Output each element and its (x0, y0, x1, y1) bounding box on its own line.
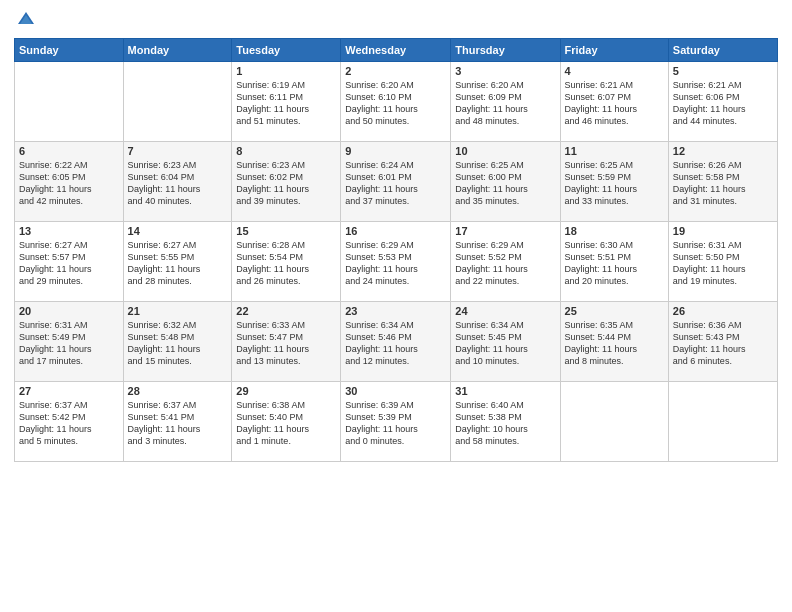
calendar-cell (668, 382, 777, 462)
weekday-header-wednesday: Wednesday (341, 39, 451, 62)
week-row-1: 1Sunrise: 6:19 AM Sunset: 6:11 PM Daylig… (15, 62, 778, 142)
cell-details: Sunrise: 6:37 AM Sunset: 5:42 PM Dayligh… (19, 399, 119, 448)
calendar-cell: 21Sunrise: 6:32 AM Sunset: 5:48 PM Dayli… (123, 302, 232, 382)
week-row-4: 20Sunrise: 6:31 AM Sunset: 5:49 PM Dayli… (15, 302, 778, 382)
week-row-2: 6Sunrise: 6:22 AM Sunset: 6:05 PM Daylig… (15, 142, 778, 222)
weekday-header-sunday: Sunday (15, 39, 124, 62)
day-number: 16 (345, 225, 446, 237)
cell-details: Sunrise: 6:23 AM Sunset: 6:02 PM Dayligh… (236, 159, 336, 208)
day-number: 13 (19, 225, 119, 237)
day-number: 30 (345, 385, 446, 397)
day-number: 18 (565, 225, 664, 237)
cell-details: Sunrise: 6:34 AM Sunset: 5:46 PM Dayligh… (345, 319, 446, 368)
weekday-header-row: SundayMondayTuesdayWednesdayThursdayFrid… (15, 39, 778, 62)
cell-details: Sunrise: 6:19 AM Sunset: 6:11 PM Dayligh… (236, 79, 336, 128)
calendar-cell (560, 382, 668, 462)
calendar-cell: 20Sunrise: 6:31 AM Sunset: 5:49 PM Dayli… (15, 302, 124, 382)
calendar-cell (123, 62, 232, 142)
calendar-cell: 27Sunrise: 6:37 AM Sunset: 5:42 PM Dayli… (15, 382, 124, 462)
day-number: 27 (19, 385, 119, 397)
calendar-cell: 2Sunrise: 6:20 AM Sunset: 6:10 PM Daylig… (341, 62, 451, 142)
day-number: 26 (673, 305, 773, 317)
cell-details: Sunrise: 6:25 AM Sunset: 5:59 PM Dayligh… (565, 159, 664, 208)
calendar-cell: 26Sunrise: 6:36 AM Sunset: 5:43 PM Dayli… (668, 302, 777, 382)
cell-details: Sunrise: 6:27 AM Sunset: 5:55 PM Dayligh… (128, 239, 228, 288)
cell-details: Sunrise: 6:32 AM Sunset: 5:48 PM Dayligh… (128, 319, 228, 368)
day-number: 20 (19, 305, 119, 317)
day-number: 23 (345, 305, 446, 317)
weekday-header-friday: Friday (560, 39, 668, 62)
day-number: 4 (565, 65, 664, 77)
cell-details: Sunrise: 6:21 AM Sunset: 6:07 PM Dayligh… (565, 79, 664, 128)
cell-details: Sunrise: 6:31 AM Sunset: 5:50 PM Dayligh… (673, 239, 773, 288)
day-number: 19 (673, 225, 773, 237)
calendar-cell: 4Sunrise: 6:21 AM Sunset: 6:07 PM Daylig… (560, 62, 668, 142)
cell-details: Sunrise: 6:33 AM Sunset: 5:47 PM Dayligh… (236, 319, 336, 368)
calendar-cell: 16Sunrise: 6:29 AM Sunset: 5:53 PM Dayli… (341, 222, 451, 302)
week-row-5: 27Sunrise: 6:37 AM Sunset: 5:42 PM Dayli… (15, 382, 778, 462)
weekday-header-monday: Monday (123, 39, 232, 62)
calendar-cell: 3Sunrise: 6:20 AM Sunset: 6:09 PM Daylig… (451, 62, 560, 142)
calendar-cell: 1Sunrise: 6:19 AM Sunset: 6:11 PM Daylig… (232, 62, 341, 142)
day-number: 22 (236, 305, 336, 317)
calendar-cell: 9Sunrise: 6:24 AM Sunset: 6:01 PM Daylig… (341, 142, 451, 222)
cell-details: Sunrise: 6:36 AM Sunset: 5:43 PM Dayligh… (673, 319, 773, 368)
day-number: 3 (455, 65, 555, 77)
calendar-cell: 17Sunrise: 6:29 AM Sunset: 5:52 PM Dayli… (451, 222, 560, 302)
day-number: 2 (345, 65, 446, 77)
logo (14, 10, 36, 30)
cell-details: Sunrise: 6:29 AM Sunset: 5:52 PM Dayligh… (455, 239, 555, 288)
cell-details: Sunrise: 6:25 AM Sunset: 6:00 PM Dayligh… (455, 159, 555, 208)
day-number: 31 (455, 385, 555, 397)
cell-details: Sunrise: 6:37 AM Sunset: 5:41 PM Dayligh… (128, 399, 228, 448)
calendar-cell: 18Sunrise: 6:30 AM Sunset: 5:51 PM Dayli… (560, 222, 668, 302)
page: SundayMondayTuesdayWednesdayThursdayFrid… (0, 0, 792, 612)
cell-details: Sunrise: 6:31 AM Sunset: 5:49 PM Dayligh… (19, 319, 119, 368)
calendar-cell: 22Sunrise: 6:33 AM Sunset: 5:47 PM Dayli… (232, 302, 341, 382)
weekday-header-tuesday: Tuesday (232, 39, 341, 62)
calendar-cell: 5Sunrise: 6:21 AM Sunset: 6:06 PM Daylig… (668, 62, 777, 142)
cell-details: Sunrise: 6:38 AM Sunset: 5:40 PM Dayligh… (236, 399, 336, 448)
calendar-cell: 7Sunrise: 6:23 AM Sunset: 6:04 PM Daylig… (123, 142, 232, 222)
day-number: 6 (19, 145, 119, 157)
cell-details: Sunrise: 6:23 AM Sunset: 6:04 PM Dayligh… (128, 159, 228, 208)
calendar-cell (15, 62, 124, 142)
day-number: 17 (455, 225, 555, 237)
calendar-table: SundayMondayTuesdayWednesdayThursdayFrid… (14, 38, 778, 462)
calendar-cell: 23Sunrise: 6:34 AM Sunset: 5:46 PM Dayli… (341, 302, 451, 382)
calendar-cell: 13Sunrise: 6:27 AM Sunset: 5:57 PM Dayli… (15, 222, 124, 302)
day-number: 25 (565, 305, 664, 317)
day-number: 11 (565, 145, 664, 157)
cell-details: Sunrise: 6:26 AM Sunset: 5:58 PM Dayligh… (673, 159, 773, 208)
calendar-cell: 10Sunrise: 6:25 AM Sunset: 6:00 PM Dayli… (451, 142, 560, 222)
cell-details: Sunrise: 6:40 AM Sunset: 5:38 PM Dayligh… (455, 399, 555, 448)
cell-details: Sunrise: 6:20 AM Sunset: 6:10 PM Dayligh… (345, 79, 446, 128)
day-number: 28 (128, 385, 228, 397)
cell-details: Sunrise: 6:24 AM Sunset: 6:01 PM Dayligh… (345, 159, 446, 208)
day-number: 8 (236, 145, 336, 157)
day-number: 14 (128, 225, 228, 237)
day-number: 10 (455, 145, 555, 157)
calendar-cell: 14Sunrise: 6:27 AM Sunset: 5:55 PM Dayli… (123, 222, 232, 302)
cell-details: Sunrise: 6:27 AM Sunset: 5:57 PM Dayligh… (19, 239, 119, 288)
header (14, 10, 778, 30)
calendar-cell: 15Sunrise: 6:28 AM Sunset: 5:54 PM Dayli… (232, 222, 341, 302)
logo-icon (16, 10, 36, 30)
calendar-cell: 28Sunrise: 6:37 AM Sunset: 5:41 PM Dayli… (123, 382, 232, 462)
cell-details: Sunrise: 6:30 AM Sunset: 5:51 PM Dayligh… (565, 239, 664, 288)
week-row-3: 13Sunrise: 6:27 AM Sunset: 5:57 PM Dayli… (15, 222, 778, 302)
cell-details: Sunrise: 6:35 AM Sunset: 5:44 PM Dayligh… (565, 319, 664, 368)
cell-details: Sunrise: 6:29 AM Sunset: 5:53 PM Dayligh… (345, 239, 446, 288)
day-number: 1 (236, 65, 336, 77)
day-number: 7 (128, 145, 228, 157)
weekday-header-saturday: Saturday (668, 39, 777, 62)
calendar-cell: 31Sunrise: 6:40 AM Sunset: 5:38 PM Dayli… (451, 382, 560, 462)
cell-details: Sunrise: 6:39 AM Sunset: 5:39 PM Dayligh… (345, 399, 446, 448)
day-number: 5 (673, 65, 773, 77)
cell-details: Sunrise: 6:22 AM Sunset: 6:05 PM Dayligh… (19, 159, 119, 208)
calendar-cell: 30Sunrise: 6:39 AM Sunset: 5:39 PM Dayli… (341, 382, 451, 462)
day-number: 24 (455, 305, 555, 317)
calendar-cell: 12Sunrise: 6:26 AM Sunset: 5:58 PM Dayli… (668, 142, 777, 222)
day-number: 15 (236, 225, 336, 237)
calendar-cell: 24Sunrise: 6:34 AM Sunset: 5:45 PM Dayli… (451, 302, 560, 382)
